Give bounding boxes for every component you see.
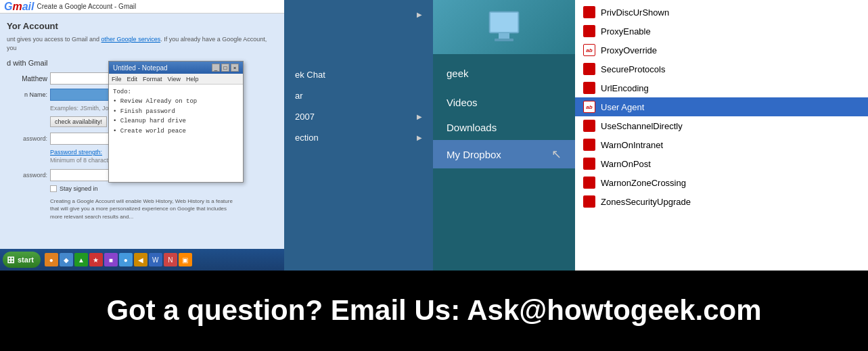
confirm-label: assword: (7, 172, 47, 179)
registry-item-zonessecurityupgrade[interactable]: ZonesSecurityUpgrade (575, 192, 868, 211)
notepad-maximize-button[interactable]: □ (221, 64, 229, 72)
top-arrow-icon: ▶ (417, 11, 422, 18)
mydropbox-label: My Dropbox (447, 149, 501, 160)
taskbar-icon-2[interactable]: ◆ (60, 253, 73, 266)
registry-icon-grid-9 (583, 195, 595, 208)
taskbar-icon-7[interactable]: ◀ (134, 253, 147, 266)
gmail-services-link[interactable]: other Google services (101, 36, 161, 43)
taskbar-icon-10[interactable]: ▣ (179, 253, 192, 266)
taskbar-icon-8[interactable]: W (149, 253, 162, 266)
stay-signed-checkbox[interactable] (50, 185, 57, 192)
svg-rect-1 (490, 13, 518, 32)
notepad-body: Todo: • Review Already on top • Finish p… (109, 85, 243, 139)
registry-item-proxyenable[interactable]: ProxyEnable (575, 22, 868, 41)
registry-label-proxyenable: ProxyEnable (601, 26, 651, 37)
start-item-2007[interactable]: 2007 ▶ (284, 106, 433, 127)
username-label: n Name: (7, 91, 47, 98)
taskbar-icon-1[interactable]: ● (45, 253, 58, 266)
gmail-panel: Gmail Create a Google Account - Gmail Yo… (0, 0, 284, 271)
registry-label-warnonintranet: WarnOnIntranet (601, 140, 663, 150)
taskbar-icon-4[interactable]: ★ (89, 253, 103, 266)
folder-items: geek Videos Downloads My Dropbox ↖ (433, 54, 575, 171)
registry-label-secureprotocols: SecureProtocols (601, 64, 665, 74)
gmail-terms: Creating a Google Account will enable We… (50, 197, 239, 220)
notepad-menu-format[interactable]: Format (143, 76, 162, 83)
stay-signed-label: Stay signed in (60, 185, 98, 192)
bottom-bar: Got a question? Email Us: Ask@howtogeek.… (0, 271, 868, 351)
taskbar-icon-5[interactable]: ■ (104, 253, 118, 266)
start-label: start (18, 256, 34, 264)
registry-icon-grid-6 (583, 139, 595, 151)
start-menu-panel: ▶ ek Chat ar 2007 ▶ ection ▶ (284, 0, 433, 271)
main-area: Gmail Create a Google Account - Gmail Yo… (0, 0, 868, 271)
start-button[interactable]: ⊞ start (3, 252, 41, 268)
start-item-geekchat[interactable]: ek Chat (284, 64, 433, 85)
registry-label-warnonpost: WarnOnPost (601, 159, 651, 169)
notepad-menu-file[interactable]: File (112, 76, 122, 83)
gmail-tab-label: Create a Google Account - Gmail (37, 3, 136, 10)
registry-item-warnonzonecrossing[interactable]: WarnonZoneCrossing (575, 173, 868, 192)
notepad-item-4: • Create world peace (113, 126, 239, 136)
registry-item-urlencoding[interactable]: UrlEncoding (575, 78, 868, 97)
notepad-item-1: • Review Already on top (113, 97, 239, 106)
start-item-ar-label: ar (295, 91, 303, 101)
start-item-geekchat-label: ek Chat (295, 70, 325, 80)
registry-icon-grid-5 (583, 120, 595, 132)
registry-label-privdiscurshown: PrivDiscUrShown (601, 7, 669, 18)
notepad-window: Untitled - Notepad _ □ × File Edit Forma… (108, 61, 244, 183)
folder-header (433, 0, 575, 54)
notepad-item-2: • Finish password (113, 107, 239, 116)
registry-label-warnonzonecrossing: WarnonZoneCrossing (601, 178, 686, 188)
registry-icon-grid-3 (583, 63, 595, 75)
gmail-header: Gmail Create a Google Account - Gmail (0, 0, 284, 14)
gmail-account-title: Yor Account (7, 20, 277, 31)
start-item-ar[interactable]: ar (284, 85, 433, 106)
folder-item-mydropbox[interactable]: My Dropbox ↖ (433, 140, 575, 168)
taskbar-icon-6[interactable]: ● (119, 253, 133, 266)
notepad-menubar: File Edit Format View Help (109, 74, 243, 85)
registry-item-privdiscurshown[interactable]: PrivDiscUrShown (575, 3, 868, 22)
notepad-menu-help[interactable]: Help (186, 76, 199, 83)
registry-item-warnonintranet[interactable]: WarnOnIntranet (575, 135, 868, 154)
registry-item-useragent[interactable]: ab User Agent (575, 97, 868, 116)
notepad-item-3: • Cleanup hard drive (113, 116, 239, 126)
registry-icon-ab-2: ab (583, 101, 595, 113)
notepad-menu-edit[interactable]: Edit (127, 76, 138, 83)
taskbar-icons: ● ◆ ▲ ★ ■ ● ◀ W N ▣ (45, 253, 192, 266)
registry-icon-grid-2 (583, 25, 595, 37)
registry-label-proxyoverride: ProxyOverride (601, 45, 657, 55)
notepad-minimize-button[interactable]: _ (212, 64, 220, 72)
registry-panel: PrivDiscUrShown ProxyEnable ab ProxyOver… (575, 0, 868, 271)
registry-icon-grid-8 (583, 177, 595, 189)
notepad-title: Untitled - Notepad (113, 64, 168, 72)
first-name-label-text: Matthew (7, 75, 47, 83)
registry-item-useschanneldirectly[interactable]: UseSchannelDirectly (575, 116, 868, 135)
taskbar-icon-3[interactable]: ▲ (74, 253, 88, 266)
start-item-2007-label: 2007 (295, 112, 315, 122)
gmail-subtitle: unt gives you access to Gmail and other … (7, 35, 277, 52)
registry-item-secureprotocols[interactable]: SecureProtocols (575, 60, 868, 78)
registry-item-proxyoverride[interactable]: ab ProxyOverride (575, 41, 868, 60)
svg-rect-2 (499, 33, 509, 39)
folder-panel: geek Videos Downloads My Dropbox ↖ (433, 0, 575, 271)
check-availability-button[interactable]: check availability! (50, 116, 107, 127)
folder-username: geek (433, 57, 575, 90)
notepad-controls: _ □ × (212, 64, 239, 72)
taskbar-icon-9[interactable]: N (164, 253, 177, 266)
computer-icon (484, 10, 524, 44)
registry-icon-grid-7 (583, 158, 595, 170)
folder-item-downloads[interactable]: Downloads (433, 115, 575, 140)
arrow-2007-icon: ▶ (417, 113, 422, 120)
start-menu-top-arrow[interactable]: ▶ (284, 5, 433, 24)
stay-signed-row: Stay signed in (50, 185, 277, 192)
notepad-menu-view[interactable]: View (168, 76, 181, 83)
gmail-logo: Gmail (4, 1, 34, 13)
start-item-ection-label: ection (295, 133, 319, 143)
notepad-todo-label: Todo: (113, 87, 239, 97)
registry-icon-grid-1 (583, 6, 595, 18)
registry-items: PrivDiscUrShown ProxyEnable ab ProxyOver… (575, 0, 868, 214)
folder-item-videos[interactable]: Videos (433, 90, 575, 115)
registry-item-warnonpost[interactable]: WarnOnPost (575, 154, 868, 173)
start-item-ection[interactable]: ection ▶ (284, 127, 433, 148)
notepad-close-button[interactable]: × (231, 64, 239, 72)
